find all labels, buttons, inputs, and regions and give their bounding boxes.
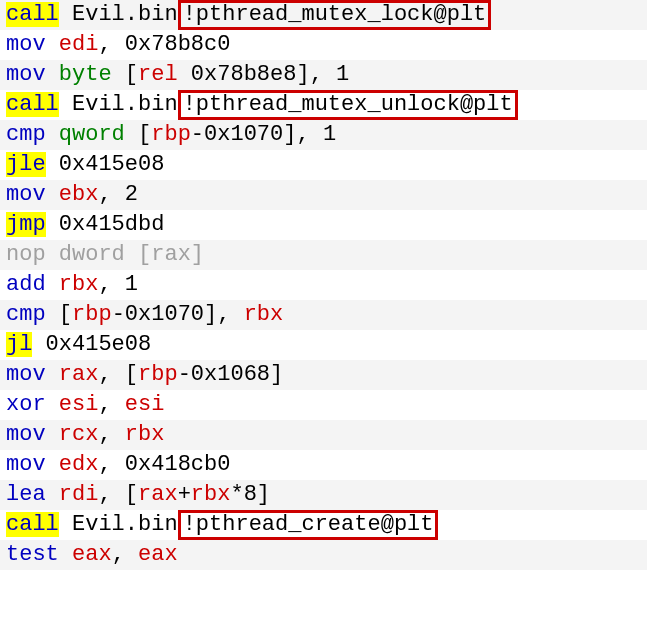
asm-token: 0x78b8c0: [125, 32, 231, 57]
asm-line: jmp 0x415dbd: [0, 210, 647, 240]
asm-token: 0x415e08: [46, 332, 152, 357]
asm-token: qword: [59, 122, 125, 147]
asm-token: mov: [6, 422, 46, 447]
asm-token: rbx: [125, 422, 165, 447]
asm-token: [46, 122, 59, 147]
asm-token: 1: [323, 122, 336, 147]
asm-token: eax: [138, 542, 178, 567]
asm-token: ],: [296, 62, 336, 87]
asm-line: nop dword [rax]: [0, 240, 647, 270]
asm-line: call Evil.bin!pthread_create@plt: [0, 510, 647, 540]
asm-token: !pthread_mutex_unlock@plt: [183, 92, 513, 117]
asm-token: jmp: [6, 212, 46, 237]
asm-token: 1: [336, 62, 349, 87]
asm-token: call: [6, 92, 59, 117]
asm-token: ]: [257, 482, 270, 507]
asm-token: [46, 392, 59, 417]
asm-line: call Evil.bin!pthread_mutex_lock@plt: [0, 0, 647, 30]
asm-token: [59, 542, 72, 567]
asm-token: nop: [6, 242, 46, 267]
asm-token: *: [230, 482, 243, 507]
asm-token: [46, 272, 59, 297]
asm-token: ],: [204, 302, 244, 327]
asm-token: 0x415dbd: [59, 212, 165, 237]
asm-token: ],: [283, 122, 323, 147]
asm-token: cmp: [6, 302, 46, 327]
asm-line: xor esi, esi: [0, 390, 647, 420]
highlight-box: !pthread_create@plt: [178, 510, 439, 540]
asm-token: [46, 152, 59, 177]
asm-token: [46, 422, 59, 447]
asm-token: !pthread_create@plt: [183, 512, 434, 537]
asm-token: [46, 62, 59, 87]
asm-line: cmp qword [rbp-0x1070], 1: [0, 120, 647, 150]
asm-token: mov: [6, 182, 46, 207]
asm-token: [: [46, 302, 72, 327]
asm-token: ]: [270, 362, 283, 387]
asm-line: mov edx, 0x418cb0: [0, 450, 647, 480]
asm-line: cmp [rbp-0x1070], rbx: [0, 300, 647, 330]
asm-token: , [: [98, 482, 138, 507]
asm-token: call: [6, 2, 59, 27]
asm-token: cmp: [6, 122, 46, 147]
asm-token: [: [125, 122, 151, 147]
asm-line: mov ebx, 2: [0, 180, 647, 210]
asm-token: Evil.bin: [59, 2, 178, 27]
asm-token: ,: [98, 392, 124, 417]
asm-token: rbp: [72, 302, 112, 327]
asm-token: ,: [98, 272, 124, 297]
asm-line: mov rax, [rbp-0x1068]: [0, 360, 647, 390]
asm-token: rdi: [59, 482, 99, 507]
asm-token: 0x1070: [204, 122, 283, 147]
asm-token: ]: [191, 242, 204, 267]
asm-token: 2: [125, 182, 138, 207]
asm-token: rbx: [244, 302, 284, 327]
asm-token: 0x415e08: [59, 152, 165, 177]
asm-token: 0x1068: [191, 362, 270, 387]
asm-line: mov byte [rel 0x78b8e8], 1: [0, 60, 647, 90]
asm-token: dword: [59, 242, 125, 267]
asm-token: add: [6, 272, 46, 297]
asm-token: [46, 482, 59, 507]
asm-token: mov: [6, 452, 46, 477]
asm-token: +: [178, 482, 191, 507]
asm-token: ,: [112, 542, 138, 567]
asm-token: call: [6, 512, 59, 537]
asm-line: jl 0x415e08: [0, 330, 647, 360]
asm-token: ,: [98, 32, 124, 57]
asm-token: rbp: [151, 122, 191, 147]
asm-line: jle 0x415e08: [0, 150, 647, 180]
asm-line: lea rdi, [rax+rbx*8]: [0, 480, 647, 510]
disassembly-listing: call Evil.bin!pthread_mutex_lock@pltmov …: [0, 0, 647, 570]
asm-token: [: [125, 242, 151, 267]
asm-token: 1: [125, 272, 138, 297]
highlight-box: !pthread_mutex_unlock@plt: [178, 90, 518, 120]
asm-token: rbx: [191, 482, 231, 507]
asm-token: xor: [6, 392, 46, 417]
asm-token: edi: [59, 32, 99, 57]
asm-token: 0x1070: [125, 302, 204, 327]
asm-token: ,: [98, 182, 124, 207]
asm-line: mov edi, 0x78b8c0: [0, 30, 647, 60]
asm-token: test: [6, 542, 59, 567]
asm-token: rax: [59, 362, 99, 387]
asm-token: edx: [59, 452, 99, 477]
asm-token: , [: [98, 362, 138, 387]
asm-token: [178, 62, 191, 87]
asm-token: [46, 212, 59, 237]
asm-token: jl: [6, 332, 32, 357]
asm-token: [32, 332, 45, 357]
asm-token: [46, 32, 59, 57]
asm-token: ,: [98, 452, 124, 477]
asm-token: rbp: [138, 362, 178, 387]
asm-token: rel: [138, 62, 178, 87]
asm-token: !pthread_mutex_lock@plt: [183, 2, 487, 27]
asm-token: 0x78b8e8: [191, 62, 297, 87]
asm-token: -: [112, 302, 125, 327]
asm-token: Evil.bin: [59, 512, 178, 537]
asm-token: ebx: [59, 182, 99, 207]
highlight-box: !pthread_mutex_lock@plt: [178, 0, 492, 30]
asm-token: esi: [125, 392, 165, 417]
asm-token: rax: [138, 482, 178, 507]
asm-token: jle: [6, 152, 46, 177]
